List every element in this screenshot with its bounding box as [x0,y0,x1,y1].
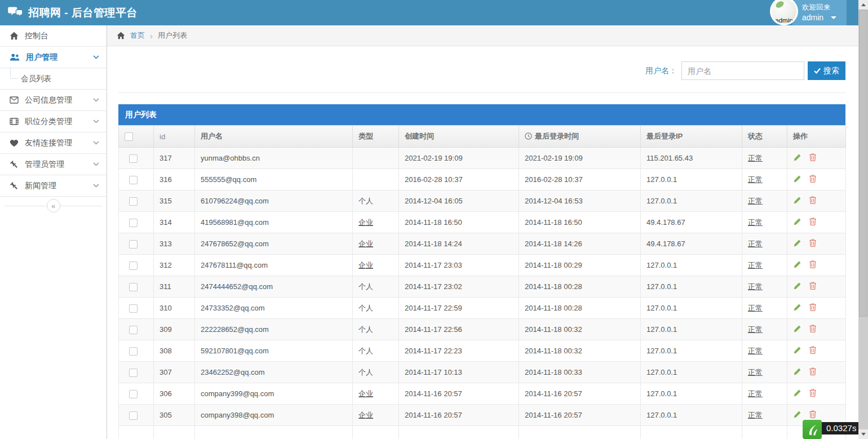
cell-id: 317 [154,148,195,169]
trash-icon[interactable] [809,388,817,399]
sidebar-item-user-management[interactable]: 用户管理 [0,47,107,68]
pencil-icon[interactable] [793,325,801,335]
trash-icon[interactable] [809,174,817,185]
cell-last-login-time: 2014-11-16 20:57 [519,405,641,426]
cell-id: 312 [154,255,195,276]
sidebar-item-company-info[interactable]: 公司信息管理 [0,90,107,111]
welcome-text: 欢迎回来 [802,3,847,12]
cell-status-link[interactable]: 正常 [742,148,787,169]
sidebar-item-news-management[interactable]: 新闻管理 [0,175,107,197]
trash-icon[interactable] [809,281,817,292]
sidebar-item-job-categories[interactable]: 职位分类管理 [0,111,107,132]
row-checkbox[interactable] [129,326,138,334]
pencil-icon[interactable] [793,239,801,249]
trash-icon[interactable] [809,367,817,378]
vertical-scrollbar[interactable] [858,0,868,439]
cell-status-link[interactable]: 正常 [742,340,787,362]
table-row: 311 2474444652@qq.com 个人 2014-11-17 23:0… [119,276,846,298]
trash-icon[interactable] [809,303,817,313]
breadcrumb-home-link[interactable]: 首页 [130,30,145,41]
cell-status-link[interactable]: 正常 [742,190,787,212]
sidebar-item-admin-management[interactable]: 管理员管理 [0,154,107,175]
trash-icon[interactable] [809,260,817,271]
cell-id: 307 [154,362,195,383]
cell-status-link[interactable]: 正常 [742,212,787,233]
row-checkbox[interactable] [129,390,138,398]
cell-status-link[interactable]: 正常 [742,298,787,319]
trash-icon[interactable] [809,238,817,249]
cell-last-login-ip [641,426,742,439]
username-search-input[interactable] [681,61,804,80]
pencil-icon[interactable] [793,410,801,420]
scrollbar-up-arrow[interactable] [858,0,868,10]
table-row: 310 24733352@qq.com 个人 2014-11-17 22:59 … [119,298,846,319]
cell-last-login-time: 2014-11-18 14:26 [519,233,641,255]
row-checkbox[interactable] [129,240,138,249]
row-checkbox[interactable] [129,347,138,356]
cell-type[interactable]: 企业 [353,405,399,426]
cell-last-login-ip: 127.0.0.1 [641,340,742,362]
cell-username: 610796224@qq.com [195,190,353,212]
cell-status-link[interactable]: 正常 [742,169,787,190]
row-checkbox[interactable] [129,176,138,184]
pencil-icon[interactable] [793,346,801,356]
cell-status-link[interactable]: 正常 [742,383,787,405]
scrollbar-down-arrow[interactable] [858,429,868,439]
chevron-down-icon [93,119,99,123]
cell-type[interactable]: 企业 [353,255,399,276]
cell-status-link[interactable]: 正常 [742,319,787,340]
cell-last-login-time: 2014-11-18 00:28 [519,276,641,298]
cell-status-link[interactable]: 正常 [742,405,787,426]
row-checkbox[interactable] [129,219,138,227]
trash-icon[interactable] [809,410,817,420]
row-checkbox[interactable] [129,369,138,377]
search-button[interactable]: 搜索 [808,61,845,80]
row-checkbox[interactable] [129,411,138,420]
select-all-checkbox[interactable] [125,132,133,141]
cell-created-time: 2016-02-28 10:37 [399,169,519,190]
row-checkbox[interactable] [129,304,138,313]
cell-type[interactable]: 企业 [353,383,399,405]
trash-icon[interactable] [809,324,817,335]
cell-status-link[interactable]: 正常 [742,255,787,276]
pencil-icon[interactable] [793,260,801,271]
cell-last-login-time: 2014-12-04 16:53 [519,190,641,212]
cell-type[interactable]: 企业 [353,212,399,233]
sidebar-item-friend-links[interactable]: 友情连接管理 [0,132,107,154]
cell-status-link[interactable]: 正常 [742,233,787,255]
cell-last-login-time: 2014-11-18 00:32 [519,340,641,362]
sidebar-item-dashboard[interactable]: 控制台 [0,25,107,47]
breadcrumb-separator: › [150,31,153,41]
cell-status-link[interactable]: 正常 [742,276,787,298]
cell-status-link[interactable]: 正常 [742,362,787,383]
row-checkbox[interactable] [129,283,138,291]
pencil-icon[interactable] [793,367,801,378]
cell-type[interactable]: 企业 [353,233,399,255]
user-menu[interactable]: 欢迎回来 admin [792,0,847,25]
sidebar-collapse-button[interactable]: « [47,199,60,212]
cell-type: 个人 [353,190,399,212]
pencil-icon[interactable] [793,175,801,185]
pencil-icon[interactable] [793,282,801,292]
sidebar-item-member-list[interactable]: 会员列表 [0,68,107,90]
trash-icon[interactable] [809,217,817,228]
pencil-icon[interactable] [793,389,801,399]
divider [118,92,845,93]
scrollbar-thumb[interactable] [859,10,867,317]
pencil-icon[interactable] [793,303,801,313]
pencil-icon[interactable] [793,153,801,163]
cell-username: 222228652@qq.com [195,319,353,340]
cell-username: 419568981@qq.com [195,212,353,233]
pencil-icon[interactable] [793,218,801,228]
cell-created-time: 2014-11-18 14:24 [399,233,519,255]
row-checkbox[interactable] [129,261,138,270]
app-brand: 招聘网 - 后台管理平台 [8,0,138,25]
trash-icon[interactable] [809,345,817,356]
pencil-icon[interactable] [793,196,801,206]
row-checkbox[interactable] [129,197,138,206]
trash-icon[interactable] [809,196,817,206]
row-checkbox[interactable] [129,154,138,163]
sidebar-item-label: 控制台 [25,31,48,41]
cell-status-link[interactable] [742,426,787,439]
trash-icon[interactable] [809,153,817,163]
